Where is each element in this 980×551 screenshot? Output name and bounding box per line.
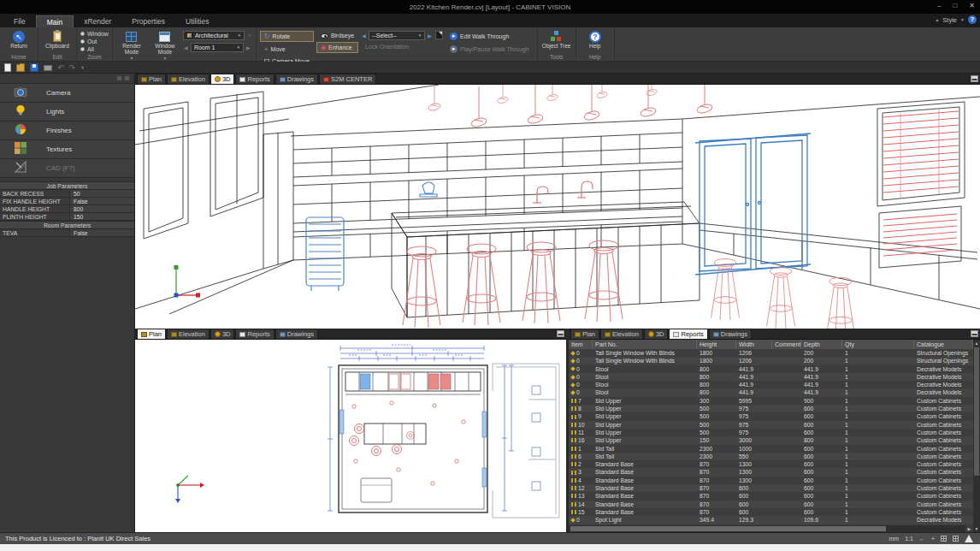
warning-triangle-icon[interactable] — [965, 535, 973, 542]
plan-panel-collapse-button[interactable]: ▬ — [557, 330, 564, 337]
select-next-icon[interactable]: ▶ — [427, 33, 433, 39]
table-row[interactable]: 16Std Upper15030008001Custom Cabinets — [569, 436, 973, 444]
window-mode-button[interactable]: Window Mode ▼ — [150, 29, 180, 62]
sidebar-item-cad-f7-[interactable]: CAD (F7) — [0, 159, 134, 178]
scroll-right-icon[interactable]: ▶ — [965, 525, 973, 532]
tab-3d[interactable]: 3D — [644, 329, 669, 339]
redo-icon[interactable]: ↷ — [69, 63, 76, 72]
table-row[interactable]: 2Standard Base87013006001Custom Cabinets — [569, 460, 973, 468]
ribbon-tab-utilities[interactable]: Utilities — [175, 15, 219, 27]
table-row[interactable]: 0Spot Light349.4129.3109.61Decrative Mod… — [569, 516, 973, 524]
maximize-button[interactable]: □ — [953, 2, 957, 9]
tab-plan[interactable]: Plan — [137, 74, 166, 84]
plan-canvas[interactable] — [135, 340, 566, 532]
parameter-row-plinth-height[interactable]: PLINTH HEIGHT150 — [0, 213, 134, 221]
vertical-scrollbar[interactable]: ▲ ▼ — [973, 340, 980, 532]
play-walk-button[interactable]: ► Play/Pause Walk Through — [446, 44, 534, 55]
tab-drawings[interactable]: Drawings — [275, 74, 318, 84]
print-icon[interactable] — [44, 65, 52, 71]
column-header-catalogue[interactable]: Catalogue — [914, 340, 973, 349]
table-row[interactable]: 14Standard Base8706006001Custom Cabinets — [569, 501, 973, 508]
column-header-part-no-[interactable]: Part No. — [593, 340, 697, 349]
table-row[interactable]: 6Std Tall23005506001Custom Cabinets — [569, 453, 973, 460]
tab-3d[interactable]: 3D — [210, 329, 235, 339]
tab-elevation[interactable]: Elevation — [167, 74, 210, 84]
sidebar-item-camera[interactable]: Camera — [0, 84, 134, 103]
units-label[interactable]: mm — [889, 536, 900, 542]
grid-icon[interactable] — [941, 536, 947, 542]
table-row[interactable]: 11Std Upper5009756001Custom Cabinets — [569, 429, 973, 436]
room-prev-icon[interactable]: ◀ — [183, 44, 189, 50]
tab-reports[interactable]: Reports — [235, 329, 274, 339]
table-row[interactable]: 7Std Upper30059959001Custom Cabinets — [569, 397, 973, 405]
tab-s2m-center[interactable]: S2M CENTER — [319, 74, 376, 84]
column-header-width[interactable]: Width — [736, 340, 772, 349]
table-row[interactable]: 0Tall Single Window With Blinds180012062… — [569, 349, 973, 357]
pan-icon[interactable]: ← — [919, 536, 925, 542]
object-tree-button[interactable]: Object Tree — [541, 29, 572, 50]
save-icon[interactable] — [30, 63, 38, 72]
clipboard-button[interactable]: Clipboard — [42, 29, 73, 50]
close-button[interactable]: ✕ — [969, 2, 975, 9]
select-prev-icon[interactable]: ◀ — [361, 33, 367, 39]
tab-elevation[interactable]: Elevation — [167, 329, 210, 339]
scroll-down-icon[interactable]: ▼ — [973, 525, 980, 532]
parameter-row-handle-height[interactable]: HANDLE HEIGHT800 — [0, 205, 134, 213]
sidebar-item-lights[interactable]: Lights — [0, 103, 134, 121]
camera-select-dropdown[interactable]: --Select-- ▼ — [369, 31, 425, 40]
sidebar-item-textures[interactable]: Textures — [0, 140, 134, 159]
room-dropdown[interactable]: Room 1 ▼ — [191, 43, 244, 52]
scrollbar-thumb[interactable] — [974, 347, 979, 476]
tab-reports[interactable]: Reports — [235, 74, 274, 84]
ribbon-tab-main[interactable]: Main — [36, 15, 74, 27]
parameter-value[interactable]: False — [70, 229, 134, 236]
panel-menu-icon[interactable] — [125, 76, 129, 80]
parameter-value[interactable]: False — [70, 198, 134, 204]
scroll-up-icon[interactable]: ▲ — [973, 340, 980, 347]
tab-drawings[interactable]: Drawings — [709, 329, 752, 339]
table-row[interactable]: 0Tall Single Window With Blinds180012062… — [569, 357, 973, 364]
zoom-option-out[interactable]: Out — [80, 39, 109, 44]
ribbon-tab-file[interactable]: File — [3, 15, 36, 27]
column-header-item[interactable]: Item — [569, 340, 593, 349]
zoom-option-window[interactable]: Window — [80, 31, 109, 37]
main-3d-canvas[interactable] — [135, 85, 980, 329]
lock-orientation-button[interactable]: Lock Orientation — [361, 42, 433, 51]
parameter-row-fix-handle-height[interactable]: FIX HANDLE HEIGHTFalse — [0, 198, 134, 205]
table-row[interactable]: 13Standard Base8706006001Custom Cabinets — [569, 492, 973, 500]
main-panel-collapse-button[interactable]: ▬ — [971, 75, 978, 82]
table-row[interactable]: 0Stool800441.9441.91Decrative Models — [569, 365, 973, 373]
table-row[interactable]: 10Std Upper5009756001Custom Cabinets — [569, 421, 973, 429]
edit-walk-button[interactable]: ► Edit Walk Through — [446, 31, 534, 42]
tab-drawings[interactable]: Drawings — [275, 329, 318, 339]
scale-label[interactable]: 1:1 — [905, 536, 913, 542]
orientation-icon[interactable] — [435, 31, 443, 39]
table-row[interactable]: 12Standard Base8706006001Custom Cabinets — [569, 484, 973, 492]
sidebar-item-finishes[interactable]: Finishes — [0, 121, 134, 140]
table-row[interactable]: 0Stool800441.9441.91Decrative Models — [569, 381, 973, 388]
column-header-comment[interactable]: Comment — [772, 340, 801, 349]
grid-snap-icon[interactable] — [953, 536, 959, 542]
minimize-button[interactable]: – — [937, 2, 941, 9]
table-row[interactable]: 8Std Upper5009756001Custom Cabinets — [569, 405, 973, 412]
render-style-dropdown[interactable]: Architectural ▼ — [183, 31, 245, 40]
tab-3d[interactable]: 3D — [210, 74, 235, 84]
table-row[interactable]: 9Std Upper5009756001Custom Cabinets — [569, 412, 973, 420]
tab-plan[interactable]: Plan — [570, 329, 599, 339]
enhance-button[interactable]: ◆ Enhance — [316, 42, 358, 53]
style-down-icon[interactable]: ▼ — [960, 17, 965, 22]
table-row[interactable]: 4Standard Base87013006001Custom Cabinets — [569, 477, 973, 484]
table-row[interactable]: 3Standard Base87013006001Custom Cabinets — [569, 468, 973, 476]
birdseye-button[interactable]: Birdseye — [316, 31, 358, 40]
table-row[interactable]: 15Standard Base8706006001Custom Cabinets — [569, 508, 973, 516]
rotate-button[interactable]: ↻ Rotate — [260, 31, 314, 42]
tab-reports[interactable]: Reports — [669, 329, 707, 339]
help-button[interactable]: ? Help — [580, 29, 611, 50]
horizontal-scrollbar[interactable]: ▶ — [569, 525, 973, 532]
parameter-row-teva[interactable]: TEVAFalse — [0, 229, 134, 237]
zoom-option-all[interactable]: All — [80, 46, 109, 52]
column-header-height[interactable]: Height — [697, 340, 736, 349]
tab-elevation[interactable]: Elevation — [600, 329, 643, 339]
pin-icon[interactable] — [117, 76, 121, 80]
table-row[interactable]: 0Stool800441.9441.91Decrative Models — [569, 388, 973, 396]
